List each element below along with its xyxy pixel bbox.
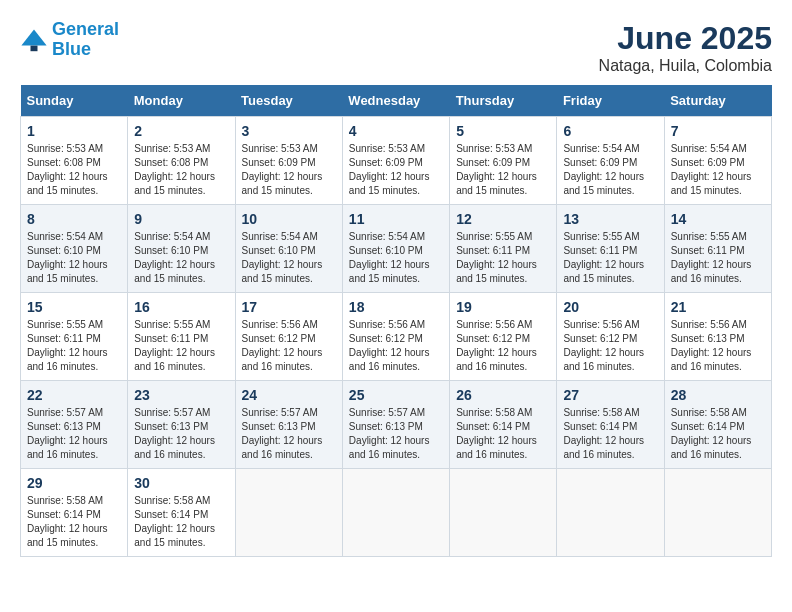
weekday-header-sunday: Sunday bbox=[21, 85, 128, 117]
calendar-cell bbox=[557, 469, 664, 557]
calendar-cell: 3 Sunrise: 5:53 AM Sunset: 6:09 PM Dayli… bbox=[235, 117, 342, 205]
day-number: 21 bbox=[671, 299, 765, 315]
weekday-header-thursday: Thursday bbox=[450, 85, 557, 117]
day-number: 7 bbox=[671, 123, 765, 139]
day-number: 11 bbox=[349, 211, 443, 227]
day-number: 10 bbox=[242, 211, 336, 227]
day-number: 4 bbox=[349, 123, 443, 139]
day-number: 16 bbox=[134, 299, 228, 315]
calendar-cell: 18 Sunrise: 5:56 AM Sunset: 6:12 PM Dayl… bbox=[342, 293, 449, 381]
calendar-week-2: 8 Sunrise: 5:54 AM Sunset: 6:10 PM Dayli… bbox=[21, 205, 772, 293]
calendar-week-1: 1 Sunrise: 5:53 AM Sunset: 6:08 PM Dayli… bbox=[21, 117, 772, 205]
day-number: 1 bbox=[27, 123, 121, 139]
calendar-cell: 26 Sunrise: 5:58 AM Sunset: 6:14 PM Dayl… bbox=[450, 381, 557, 469]
day-number: 13 bbox=[563, 211, 657, 227]
day-info: Sunrise: 5:56 AM Sunset: 6:13 PM Dayligh… bbox=[671, 318, 765, 374]
calendar-cell: 15 Sunrise: 5:55 AM Sunset: 6:11 PM Dayl… bbox=[21, 293, 128, 381]
day-info: Sunrise: 5:54 AM Sunset: 6:09 PM Dayligh… bbox=[563, 142, 657, 198]
day-number: 14 bbox=[671, 211, 765, 227]
day-number: 25 bbox=[349, 387, 443, 403]
weekday-header-monday: Monday bbox=[128, 85, 235, 117]
day-info: Sunrise: 5:54 AM Sunset: 6:10 PM Dayligh… bbox=[134, 230, 228, 286]
day-number: 9 bbox=[134, 211, 228, 227]
day-info: Sunrise: 5:54 AM Sunset: 6:10 PM Dayligh… bbox=[27, 230, 121, 286]
day-info: Sunrise: 5:58 AM Sunset: 6:14 PM Dayligh… bbox=[563, 406, 657, 462]
calendar-cell: 28 Sunrise: 5:58 AM Sunset: 6:14 PM Dayl… bbox=[664, 381, 771, 469]
calendar-cell bbox=[664, 469, 771, 557]
day-number: 17 bbox=[242, 299, 336, 315]
day-number: 8 bbox=[27, 211, 121, 227]
calendar-cell: 21 Sunrise: 5:56 AM Sunset: 6:13 PM Dayl… bbox=[664, 293, 771, 381]
day-number: 28 bbox=[671, 387, 765, 403]
day-number: 29 bbox=[27, 475, 121, 491]
svg-rect-1 bbox=[31, 45, 38, 51]
calendar-cell: 11 Sunrise: 5:54 AM Sunset: 6:10 PM Dayl… bbox=[342, 205, 449, 293]
day-number: 20 bbox=[563, 299, 657, 315]
day-info: Sunrise: 5:56 AM Sunset: 6:12 PM Dayligh… bbox=[242, 318, 336, 374]
calendar-cell: 24 Sunrise: 5:57 AM Sunset: 6:13 PM Dayl… bbox=[235, 381, 342, 469]
day-info: Sunrise: 5:53 AM Sunset: 6:08 PM Dayligh… bbox=[134, 142, 228, 198]
logo-text: General Blue bbox=[52, 20, 119, 60]
calendar-cell bbox=[235, 469, 342, 557]
calendar-cell: 1 Sunrise: 5:53 AM Sunset: 6:08 PM Dayli… bbox=[21, 117, 128, 205]
day-info: Sunrise: 5:55 AM Sunset: 6:11 PM Dayligh… bbox=[563, 230, 657, 286]
day-info: Sunrise: 5:57 AM Sunset: 6:13 PM Dayligh… bbox=[242, 406, 336, 462]
page-header: General Blue June 2025 Nataga, Huila, Co… bbox=[20, 20, 772, 75]
calendar-cell: 8 Sunrise: 5:54 AM Sunset: 6:10 PM Dayli… bbox=[21, 205, 128, 293]
day-info: Sunrise: 5:58 AM Sunset: 6:14 PM Dayligh… bbox=[134, 494, 228, 550]
calendar-cell: 27 Sunrise: 5:58 AM Sunset: 6:14 PM Dayl… bbox=[557, 381, 664, 469]
logo: General Blue bbox=[20, 20, 119, 60]
calendar-body: 1 Sunrise: 5:53 AM Sunset: 6:08 PM Dayli… bbox=[21, 117, 772, 557]
day-number: 18 bbox=[349, 299, 443, 315]
calendar-cell: 2 Sunrise: 5:53 AM Sunset: 6:08 PM Dayli… bbox=[128, 117, 235, 205]
day-info: Sunrise: 5:55 AM Sunset: 6:11 PM Dayligh… bbox=[456, 230, 550, 286]
day-info: Sunrise: 5:54 AM Sunset: 6:10 PM Dayligh… bbox=[242, 230, 336, 286]
calendar-cell bbox=[342, 469, 449, 557]
calendar-cell: 25 Sunrise: 5:57 AM Sunset: 6:13 PM Dayl… bbox=[342, 381, 449, 469]
day-info: Sunrise: 5:56 AM Sunset: 6:12 PM Dayligh… bbox=[563, 318, 657, 374]
day-info: Sunrise: 5:56 AM Sunset: 6:12 PM Dayligh… bbox=[349, 318, 443, 374]
day-number: 22 bbox=[27, 387, 121, 403]
calendar-header: SundayMondayTuesdayWednesdayThursdayFrid… bbox=[21, 85, 772, 117]
calendar-cell: 30 Sunrise: 5:58 AM Sunset: 6:14 PM Dayl… bbox=[128, 469, 235, 557]
weekday-header-row: SundayMondayTuesdayWednesdayThursdayFrid… bbox=[21, 85, 772, 117]
weekday-header-saturday: Saturday bbox=[664, 85, 771, 117]
calendar-cell: 5 Sunrise: 5:53 AM Sunset: 6:09 PM Dayli… bbox=[450, 117, 557, 205]
day-info: Sunrise: 5:58 AM Sunset: 6:14 PM Dayligh… bbox=[671, 406, 765, 462]
day-info: Sunrise: 5:55 AM Sunset: 6:11 PM Dayligh… bbox=[671, 230, 765, 286]
title-area: June 2025 Nataga, Huila, Colombia bbox=[599, 20, 772, 75]
weekday-header-tuesday: Tuesday bbox=[235, 85, 342, 117]
day-number: 30 bbox=[134, 475, 228, 491]
month-title: June 2025 bbox=[599, 20, 772, 57]
day-info: Sunrise: 5:55 AM Sunset: 6:11 PM Dayligh… bbox=[134, 318, 228, 374]
weekday-header-friday: Friday bbox=[557, 85, 664, 117]
day-info: Sunrise: 5:58 AM Sunset: 6:14 PM Dayligh… bbox=[27, 494, 121, 550]
day-number: 15 bbox=[27, 299, 121, 315]
day-info: Sunrise: 5:53 AM Sunset: 6:09 PM Dayligh… bbox=[456, 142, 550, 198]
day-info: Sunrise: 5:58 AM Sunset: 6:14 PM Dayligh… bbox=[456, 406, 550, 462]
calendar-cell bbox=[450, 469, 557, 557]
day-info: Sunrise: 5:54 AM Sunset: 6:09 PM Dayligh… bbox=[671, 142, 765, 198]
calendar-cell: 14 Sunrise: 5:55 AM Sunset: 6:11 PM Dayl… bbox=[664, 205, 771, 293]
day-number: 5 bbox=[456, 123, 550, 139]
calendar-cell: 9 Sunrise: 5:54 AM Sunset: 6:10 PM Dayli… bbox=[128, 205, 235, 293]
calendar-cell: 17 Sunrise: 5:56 AM Sunset: 6:12 PM Dayl… bbox=[235, 293, 342, 381]
calendar-cell: 20 Sunrise: 5:56 AM Sunset: 6:12 PM Dayl… bbox=[557, 293, 664, 381]
calendar-cell: 10 Sunrise: 5:54 AM Sunset: 6:10 PM Dayl… bbox=[235, 205, 342, 293]
day-number: 6 bbox=[563, 123, 657, 139]
day-number: 2 bbox=[134, 123, 228, 139]
calendar-cell: 13 Sunrise: 5:55 AM Sunset: 6:11 PM Dayl… bbox=[557, 205, 664, 293]
day-number: 27 bbox=[563, 387, 657, 403]
calendar-cell: 19 Sunrise: 5:56 AM Sunset: 6:12 PM Dayl… bbox=[450, 293, 557, 381]
calendar-cell: 22 Sunrise: 5:57 AM Sunset: 6:13 PM Dayl… bbox=[21, 381, 128, 469]
svg-marker-0 bbox=[21, 29, 46, 45]
day-info: Sunrise: 5:53 AM Sunset: 6:08 PM Dayligh… bbox=[27, 142, 121, 198]
day-info: Sunrise: 5:53 AM Sunset: 6:09 PM Dayligh… bbox=[242, 142, 336, 198]
calendar-week-3: 15 Sunrise: 5:55 AM Sunset: 6:11 PM Dayl… bbox=[21, 293, 772, 381]
calendar-cell: 12 Sunrise: 5:55 AM Sunset: 6:11 PM Dayl… bbox=[450, 205, 557, 293]
calendar-week-5: 29 Sunrise: 5:58 AM Sunset: 6:14 PM Dayl… bbox=[21, 469, 772, 557]
day-info: Sunrise: 5:54 AM Sunset: 6:10 PM Dayligh… bbox=[349, 230, 443, 286]
calendar-cell: 29 Sunrise: 5:58 AM Sunset: 6:14 PM Dayl… bbox=[21, 469, 128, 557]
day-number: 26 bbox=[456, 387, 550, 403]
day-info: Sunrise: 5:57 AM Sunset: 6:13 PM Dayligh… bbox=[134, 406, 228, 462]
